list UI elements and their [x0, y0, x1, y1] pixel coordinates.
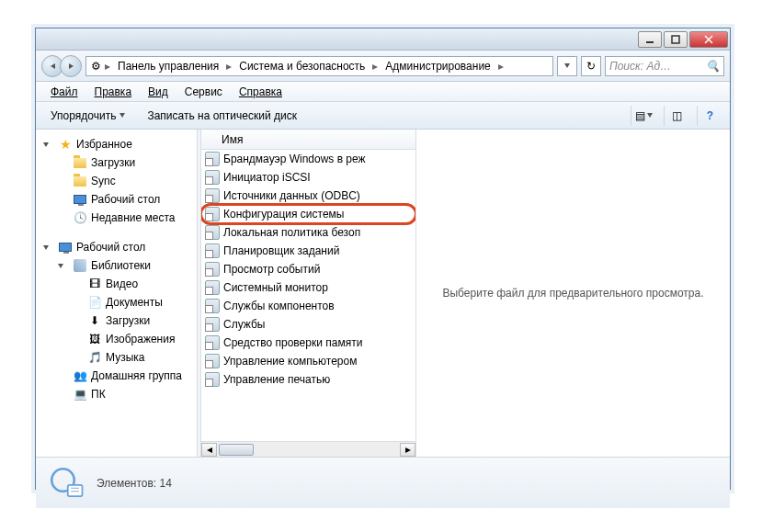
nav-music[interactable]: 🎵Музыка — [36, 348, 197, 367]
nav-desktop[interactable]: Рабочий стол — [36, 238, 197, 256]
navigation-pane[interactable]: ★Избранное Загрузки Sync Рабочий стол 🕓Н… — [36, 130, 198, 457]
list-item-label: Службы — [223, 318, 265, 331]
menu-help[interactable]: Справка — [232, 84, 290, 100]
list-item-label: Брандмауэр Windows в реж — [223, 153, 366, 165]
file-list-pane: Имя Брандмауэр Windows в режИнициатор iS… — [201, 130, 416, 457]
shortcut-icon — [205, 280, 220, 295]
nav-sync[interactable]: Sync — [36, 172, 197, 190]
breadcrumb[interactable]: ⚙ ▸ Панель управления ▸ Система и безопа… — [85, 56, 553, 76]
list-item[interactable]: Службы компонентов — [201, 297, 415, 315]
nav-label: Библиотеки — [91, 259, 151, 272]
nav-pictures[interactable]: 🖼Изображения — [36, 330, 197, 348]
nav-videos[interactable]: 🎞Видео — [36, 275, 197, 293]
view-mode-button[interactable]: ▤ — [631, 106, 656, 126]
expand-icon[interactable] — [58, 264, 63, 268]
nav-documents[interactable]: 📄Документы — [36, 293, 197, 311]
title-bar[interactable] — [36, 28, 730, 51]
desktop-icon — [73, 192, 87, 207]
nav-favorites[interactable]: ★Избранное — [36, 135, 197, 153]
document-icon: 📄 — [87, 295, 102, 310]
folder-icon — [73, 155, 87, 170]
nav-label: Загрузки — [91, 156, 135, 169]
nav-label: Домашняя группа — [91, 369, 182, 382]
history-dropdown[interactable] — [557, 56, 577, 76]
organize-button[interactable]: Упорядочить — [43, 107, 132, 125]
status-item-count: Элементов: 14 — [97, 477, 172, 490]
forward-button[interactable] — [60, 55, 82, 77]
menu-edit[interactable]: Правка — [87, 84, 140, 100]
nav-libraries[interactable]: Библиотеки — [36, 256, 197, 275]
chevron-right-icon[interactable]: ▸ — [496, 60, 506, 73]
list-item-label: Просмотр событий — [223, 263, 320, 276]
list-item[interactable]: Управление компьютером — [201, 352, 415, 370]
nav-downloads2[interactable]: ⬇Загрузки — [36, 311, 197, 330]
search-placeholder: Поиск: Ад… — [609, 60, 671, 73]
crumb-control-panel[interactable]: Панель управления — [112, 57, 224, 75]
control-panel-icon: ⚙ — [88, 59, 103, 74]
nav-desktop-fav[interactable]: Рабочий стол — [36, 190, 197, 209]
star-icon: ★ — [58, 137, 73, 152]
explorer-window: ⚙ ▸ Панель управления ▸ Система и безопа… — [35, 28, 731, 490]
library-icon — [73, 258, 87, 273]
file-list[interactable]: Брандмауэр Windows в режИнициатор iSCSIИ… — [201, 150, 415, 441]
shortcut-icon — [205, 335, 220, 350]
svg-rect-5 — [68, 484, 83, 495]
list-item[interactable]: Брандмауэр Windows в реж — [201, 150, 415, 168]
chevron-down-icon — [647, 113, 653, 118]
search-input[interactable]: Поиск: Ад… 🔍 — [605, 56, 724, 76]
list-item[interactable]: Планировщик заданий — [201, 242, 415, 260]
crumb-system-security[interactable]: Система и безопасность — [233, 57, 370, 75]
chevron-right-icon[interactable]: ▸ — [103, 60, 112, 73]
list-item[interactable]: Источники данных (ODBC) — [201, 187, 415, 205]
nav-downloads[interactable]: Загрузки — [36, 153, 197, 172]
burn-button[interactable]: Записать на оптический диск — [140, 107, 304, 125]
column-header-name[interactable]: Имя — [201, 130, 415, 150]
preview-pane-button[interactable]: ◫ — [664, 106, 689, 126]
nav-label: Sync — [91, 175, 116, 187]
nav-label: Рабочий стол — [91, 193, 160, 206]
list-item[interactable]: Конфигурация системы — [201, 205, 415, 223]
shortcut-icon — [205, 262, 220, 277]
menu-view[interactable]: Вид — [141, 84, 176, 100]
nav-pc[interactable]: 💻ПК — [36, 385, 197, 403]
crumb-administration[interactable]: Администрирование — [380, 57, 495, 75]
scroll-right-button[interactable]: ▸ — [400, 443, 415, 457]
close-button[interactable] — [689, 31, 728, 48]
scroll-left-button[interactable]: ◂ — [201, 443, 217, 457]
scroll-track[interactable] — [217, 443, 400, 457]
nav-label: Недавние места — [91, 211, 175, 224]
arrow-left-icon — [51, 63, 55, 69]
shortcut-icon — [205, 207, 220, 221]
list-item[interactable]: Локальная политика безоп — [201, 223, 415, 242]
download-icon: ⬇ — [87, 313, 102, 328]
list-item[interactable]: Инициатор iSCSI — [201, 168, 415, 187]
nav-label: ПК — [91, 388, 106, 401]
expand-icon[interactable] — [43, 245, 49, 250]
refresh-button[interactable]: ↻ — [581, 56, 601, 76]
expand-icon[interactable] — [43, 142, 49, 147]
chevron-down-icon — [564, 63, 570, 68]
address-bar: ⚙ ▸ Панель управления ▸ Система и безопа… — [36, 51, 730, 82]
list-item[interactable]: Системный монитор — [201, 278, 415, 297]
list-item[interactable]: Средство проверки памяти — [201, 334, 415, 352]
nav-label: Изображения — [106, 333, 175, 345]
scroll-thumb[interactable] — [219, 444, 254, 456]
menu-file[interactable]: Файл — [43, 84, 85, 100]
command-bar: Упорядочить Записать на оптический диск … — [36, 102, 730, 130]
nav-recent[interactable]: 🕓Недавние места — [36, 209, 197, 227]
menu-tools[interactable]: Сервис — [177, 84, 230, 100]
help-button[interactable]: ? — [697, 106, 722, 126]
nav-homegroup[interactable]: 👥Домашняя группа — [36, 367, 197, 385]
homegroup-icon: 👥 — [73, 368, 87, 383]
chevron-right-icon[interactable]: ▸ — [224, 60, 233, 73]
list-item[interactable]: Управление печатью — [201, 370, 415, 389]
list-item[interactable]: Просмотр событий — [201, 260, 415, 278]
list-item[interactable]: Службы — [201, 315, 415, 334]
list-item-label: Службы компонентов — [223, 300, 335, 312]
chevron-right-icon[interactable]: ▸ — [370, 60, 380, 73]
list-item-label: Конфигурация системы — [223, 208, 344, 221]
maximize-button[interactable] — [664, 31, 688, 48]
minimize-button[interactable] — [638, 31, 662, 48]
horizontal-scrollbar[interactable]: ◂ ▸ — [201, 441, 415, 457]
nav-label: Музыка — [106, 351, 144, 364]
